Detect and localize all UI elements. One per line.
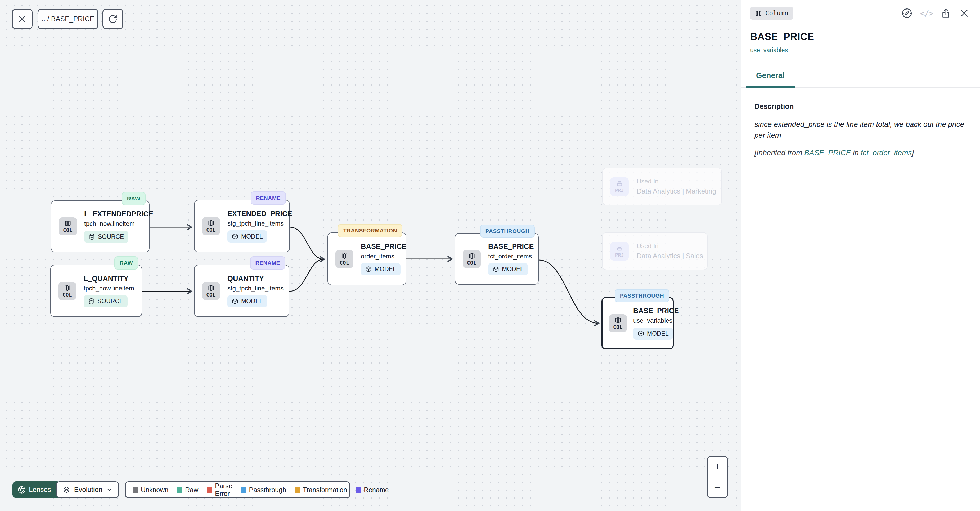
column-kind-chip: COL xyxy=(336,250,353,268)
legend-item-unknown: Unknown xyxy=(133,486,169,494)
node-kind-label: SOURCE xyxy=(97,298,123,305)
node-extended-price[interactable]: RENAME COL EXTENDED_PRICE stg_tpch_line_… xyxy=(194,200,290,252)
used-in-body: Used In Data Analytics | Sales xyxy=(636,242,703,260)
panel-actions: </> xyxy=(901,7,969,19)
column-kind-label: COL xyxy=(63,227,73,233)
column-kind-chip: COL xyxy=(202,282,220,300)
node-quantity[interactable]: RENAME COL QUANTITY stg_tpch_line_items … xyxy=(194,265,290,317)
node-kind-label: SOURCE xyxy=(98,233,124,240)
layers-icon xyxy=(62,486,70,494)
node-subtitle: use_variables xyxy=(633,317,672,324)
column-kind-label: COL xyxy=(206,292,216,298)
lineage-canvas[interactable]: .. / BASE_PRICE RAW COL L_EXTENDEDPRICE … xyxy=(0,0,741,511)
node-title: EXTENDED_PRICE xyxy=(228,210,292,218)
node-title: L_QUANTITY xyxy=(84,275,129,283)
edge-extendedprice-baseprice xyxy=(290,227,324,259)
node-body: BASE_PRICE order_items MODEL xyxy=(361,242,406,275)
inherited-middle: in xyxy=(851,148,861,157)
node-kind-badge: MODEL xyxy=(633,328,673,340)
legend-item-rename: Rename xyxy=(356,486,389,494)
node-kind-badge: SOURCE xyxy=(84,295,127,307)
description-heading: Description xyxy=(754,102,980,111)
node-subtitle: tpch_now.lineitem xyxy=(84,285,134,292)
node-l-quantity[interactable]: RAW COL L_QUANTITY tpch_now.lineitem SOU… xyxy=(50,265,142,317)
node-kind-label: MODEL xyxy=(375,266,396,273)
node-base-price-use-variables[interactable]: PASSTHROUGH COL BASE_PRICE use_variables… xyxy=(601,297,674,350)
panel-header: Column </> xyxy=(741,0,980,19)
database-icon xyxy=(88,298,95,305)
evolution-badge: PASSTHROUGH xyxy=(480,224,535,238)
inherited-model-link[interactable]: fct_order_items xyxy=(861,148,912,157)
column-kind-chip: COL xyxy=(609,314,627,332)
node-body: L_EXTENDEDPRICE tpch_now.lineitem SOURCE xyxy=(84,210,149,243)
database-icon xyxy=(88,233,95,240)
used-in-body: Used In Data Analytics | Marketing xyxy=(636,178,716,196)
node-subtitle: order_items xyxy=(361,253,395,260)
legend-label: Raw xyxy=(185,486,198,494)
inherited-note: [Inherited from BASE_PRICE in fct_order_… xyxy=(754,148,967,157)
project-kind-chip: PRJ xyxy=(610,242,629,261)
node-base-price-order-items[interactable]: TRANSFORMATION COL BASE_PRICE order_item… xyxy=(328,232,406,285)
evolution-badge: TRANSFORMATION xyxy=(338,224,402,237)
column-icon xyxy=(208,220,215,227)
used-in-card-marketing[interactable]: PRJ Used In Data Analytics | Marketing xyxy=(602,167,722,205)
cube-icon xyxy=(365,266,372,273)
node-kind-label: MODEL xyxy=(647,330,669,337)
page-title: BASE_PRICE xyxy=(750,31,980,42)
node-body: BASE_PRICE use_variables MODEL xyxy=(633,307,673,340)
zoom-in-button[interactable]: + xyxy=(708,457,727,478)
compass-icon[interactable] xyxy=(901,7,913,19)
project-kind-chip: PRJ xyxy=(610,177,629,196)
tab-general[interactable]: General xyxy=(746,71,795,87)
used-in-label: Used In xyxy=(636,178,716,185)
column-icon xyxy=(614,317,622,324)
column-kind-chip: COL xyxy=(58,282,76,300)
node-l-extendedprice[interactable]: RAW COL L_EXTENDEDPRICE tpch_now.lineite… xyxy=(51,201,150,252)
legend-label: Parse Error xyxy=(215,482,232,498)
node-base-price-fct-order-items[interactable]: PASSTHROUGH COL BASE_PRICE fct_order_ite… xyxy=(455,233,539,285)
details-panel: Column </> BASE_PRICE use_variables Gene… xyxy=(741,0,980,511)
refresh-button[interactable] xyxy=(102,9,123,29)
node-subtitle: fct_order_items xyxy=(488,253,532,260)
node-kind-badge: MODEL xyxy=(228,295,267,307)
description-text: since extended_price is the line item to… xyxy=(754,119,967,140)
project-stack-icon xyxy=(616,180,623,187)
node-body: EXTENDED_PRICE stg_tpch_line_items MODEL xyxy=(228,210,290,242)
node-kind-badge: MODEL xyxy=(488,263,528,275)
breadcrumb-label: .. / BASE_PRICE xyxy=(41,15,94,23)
lenses-button[interactable]: Lenses xyxy=(13,481,60,498)
column-icon xyxy=(64,284,71,291)
zoom-controls: + − xyxy=(707,456,728,498)
legend-item-transformation: Transformation xyxy=(294,486,347,494)
share-icon[interactable] xyxy=(940,8,951,19)
lens-mode-dropdown[interactable]: Evolution xyxy=(56,481,119,498)
legend-swatch xyxy=(133,487,138,493)
inherited-column-link[interactable]: BASE_PRICE xyxy=(804,148,851,157)
used-in-project: Data Analytics | Sales xyxy=(636,252,703,260)
panel-tabs: General xyxy=(741,71,980,88)
legend-swatch xyxy=(207,487,212,493)
evolution-badge: RAW xyxy=(122,192,146,205)
column-icon xyxy=(341,252,348,259)
evolution-badge: RENAME xyxy=(250,256,285,269)
cube-icon xyxy=(638,330,644,337)
legend-item-passthrough: Passthrough xyxy=(241,486,286,494)
legend-swatch xyxy=(177,487,182,493)
evolution-badge: RAW xyxy=(115,256,138,269)
close-icon xyxy=(18,14,27,24)
code-icon[interactable]: </> xyxy=(920,9,933,18)
column-icon xyxy=(468,252,476,259)
column-kind-label: COL xyxy=(206,227,216,233)
close-lineage-button[interactable] xyxy=(12,9,33,29)
chevron-down-icon xyxy=(106,487,113,493)
lenses-group: Lenses Evolution xyxy=(13,481,119,498)
zoom-out-button[interactable]: − xyxy=(708,478,727,497)
model-link[interactable]: use_variables xyxy=(750,46,788,54)
evolution-legend: Unknown Raw Parse Error Passthrough Tran… xyxy=(125,481,350,498)
close-icon[interactable] xyxy=(959,8,969,19)
breadcrumb[interactable]: .. / BASE_PRICE xyxy=(38,9,98,29)
used-in-card-sales[interactable]: PRJ Used In Data Analytics | Sales xyxy=(602,232,708,270)
node-body: QUANTITY stg_tpch_line_items MODEL xyxy=(228,275,283,307)
lenses-label: Lenses xyxy=(29,486,51,494)
entity-type-chip: Column xyxy=(750,7,793,19)
